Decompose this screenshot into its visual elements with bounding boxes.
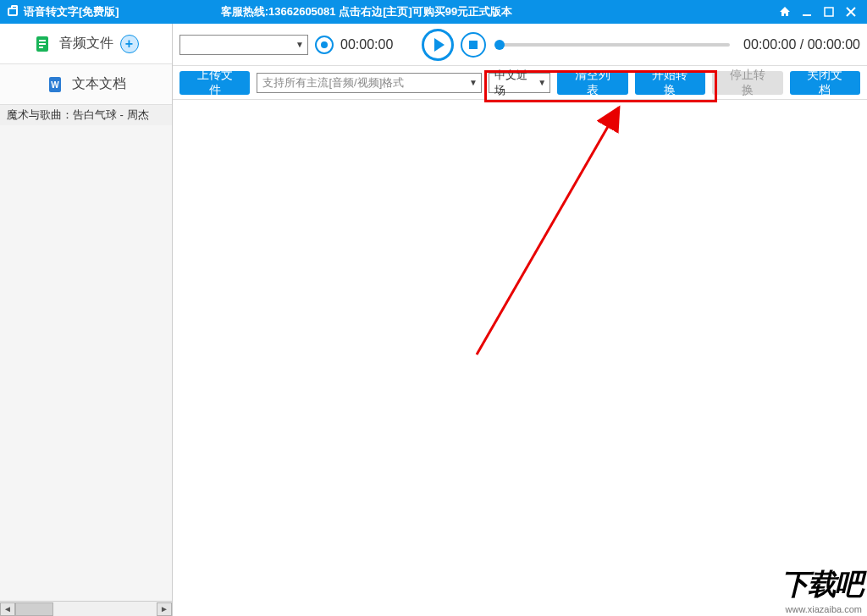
chevron-down-icon: ▼: [295, 40, 304, 49]
toolbar: 上传文件 支持所有主流[音频/视频]格式 ▼ 中文近场 ▼ 清空列表 开始转换 …: [173, 66, 867, 100]
file-name: 魔术与歌曲：告白气球 - 周杰: [7, 107, 149, 123]
record-time: 00:00:00: [340, 37, 393, 52]
file-select-dropdown[interactable]: ▼: [179, 35, 308, 55]
svg-rect-0: [803, 14, 811, 16]
play-button[interactable]: [422, 29, 454, 61]
language-dropdown[interactable]: 中文近场 ▼: [489, 73, 550, 93]
tab-audio-label: 音频文件: [59, 35, 113, 52]
stop-icon: [469, 41, 478, 49]
audio-file-icon: [34, 35, 52, 53]
text-doc-icon: W: [47, 75, 65, 94]
tab-doc-label: 文本文档: [72, 75, 126, 93]
tab-audio-files[interactable]: 音频文件 +: [0, 24, 172, 64]
record-button[interactable]: [315, 36, 334, 54]
format-placeholder: 支持所有主流[音频/视频]格式: [262, 75, 466, 91]
watermark-url: www.xiazaiba.com: [786, 604, 862, 614]
close-button[interactable]: [840, 3, 862, 21]
upload-button[interactable]: 上传文件: [179, 71, 250, 95]
sidebar: 音频文件 + W 文本文档 魔术与歌曲：告白气球 - 周杰 ◄ ►: [0, 24, 173, 616]
svg-rect-1: [825, 8, 833, 16]
add-audio-icon[interactable]: +: [120, 35, 139, 53]
file-list: 魔术与歌曲：告白气球 - 周杰: [0, 105, 172, 601]
file-list-item[interactable]: 魔术与歌曲：告白气球 - 周杰: [0, 105, 172, 125]
app-icon: [5, 4, 20, 19]
svg-text:W: W: [51, 80, 59, 90]
watermark-logo: 下载吧: [781, 565, 862, 604]
scroll-left-arrow[interactable]: ◄: [0, 602, 15, 616]
horizontal-scrollbar[interactable]: ◄ ►: [0, 601, 172, 616]
app-title: 语音转文字[免费版]: [24, 4, 119, 19]
watermark: 下载吧 www.xiazaiba.com: [732, 569, 867, 616]
chevron-down-icon: ▼: [469, 78, 478, 87]
scroll-thumb[interactable]: [15, 602, 53, 616]
close-icon: [846, 7, 856, 17]
play-icon: [434, 38, 445, 52]
titlebar: 语音转文字[免费版] 客服热线:13662605081 点击右边[主页]可购买9…: [0, 0, 867, 24]
scroll-track[interactable]: [15, 602, 157, 616]
stop-convert-button: 停止转换: [712, 71, 782, 95]
maximize-icon: [824, 7, 834, 17]
minimize-button[interactable]: [796, 3, 818, 21]
close-doc-button[interactable]: 关闭文档: [790, 71, 860, 95]
player-bar: ▼ 00:00:00 00:00:00 / 00:00:00: [173, 24, 867, 66]
svg-rect-3: [39, 40, 46, 41]
chevron-down-icon: ▼: [538, 78, 546, 87]
content-area: [173, 100, 867, 616]
start-convert-button[interactable]: 开始转换: [635, 71, 705, 95]
scroll-right-arrow[interactable]: ►: [157, 602, 172, 616]
home-button[interactable]: [774, 3, 796, 21]
minimize-icon: [802, 7, 812, 17]
language-value: 中文近场: [494, 68, 534, 98]
clear-list-button[interactable]: 清空列表: [557, 71, 627, 95]
maximize-button[interactable]: [818, 3, 840, 21]
hotline-text: 客服热线:13662605081 点击右边[主页]可购买99元正式版本: [221, 4, 513, 19]
progress-track[interactable]: [500, 43, 730, 47]
home-icon: [779, 6, 791, 18]
tab-text-doc[interactable]: W 文本文档: [0, 64, 172, 105]
record-icon: [321, 41, 328, 48]
svg-rect-5: [39, 47, 43, 48]
position-time: 00:00:00 / 00:00:00: [743, 37, 860, 52]
svg-rect-4: [39, 43, 46, 45]
format-dropdown[interactable]: 支持所有主流[音频/视频]格式 ▼: [257, 73, 481, 93]
stop-button[interactable]: [461, 32, 486, 58]
main-area: ▼ 00:00:00 00:00:00 / 00:00:00 上传文件 支持所有…: [173, 24, 867, 616]
progress-thumb[interactable]: [494, 40, 505, 50]
